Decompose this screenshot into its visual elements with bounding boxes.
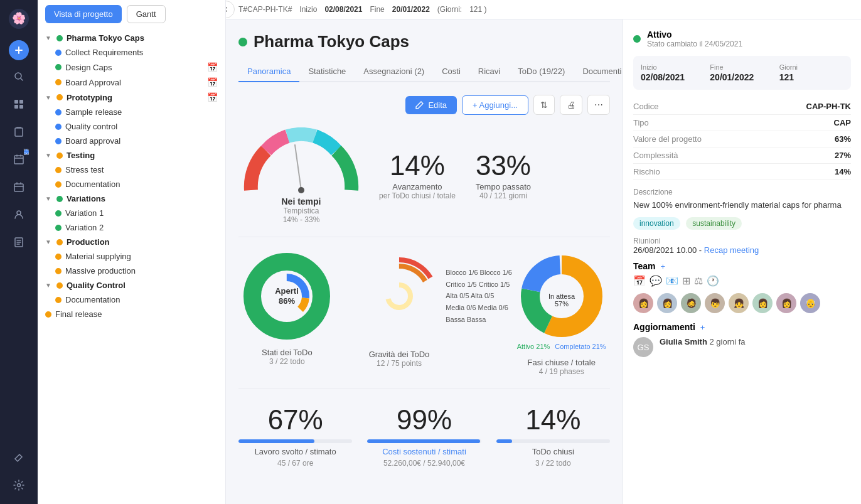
tab-panoramica[interactable]: Panoramica (238, 62, 299, 82)
sidebar-item-label: Variations (67, 194, 218, 203)
lavoro-value: 67% (238, 404, 352, 436)
sidebar-item-documentation[interactable]: Documentation (38, 177, 225, 191)
sidebar-item-testing[interactable]: ▼ Testing (38, 148, 225, 163)
sidebar-item-design-caps[interactable]: Design Caps 📅 (38, 60, 225, 75)
tab-ricavi[interactable]: Ricavi (469, 62, 509, 82)
collapse-sidebar-button[interactable] (226, 1, 235, 18)
header-start-date: 02/08/2021 (324, 5, 362, 14)
nav-grid-icon[interactable] (8, 93, 30, 115)
add-button[interactable]: + Aggiungi... (462, 95, 528, 115)
rp-codice-row: Codice CAP-PH-TK (633, 99, 851, 115)
sidebar-item-board-approval[interactable]: Board Approval 📅 (38, 75, 225, 90)
header-days-value: 121 ) (469, 5, 486, 14)
sidebar-item-quality-control[interactable]: ▼ Quality Control (38, 278, 225, 292)
grid-tool-icon[interactable]: ⊞ (682, 275, 690, 287)
sidebar-item-variation1[interactable]: Variation 1 (38, 206, 225, 220)
rp-meeting-date: 26/08/2021 10.00 (633, 245, 697, 255)
sidebar-item-stress-test[interactable]: Stress test (38, 163, 225, 177)
sidebar-item-label: Pharma Tokyo Caps (67, 33, 218, 43)
more-button[interactable]: ⋯ (587, 95, 610, 115)
phases-sub: 4 / 19 phases (513, 367, 610, 376)
rp-start-date: 02/08/2021 (641, 72, 685, 82)
nav-search-icon[interactable] (8, 65, 30, 88)
sidebar-item-documentation2[interactable]: Documentation (38, 292, 225, 307)
avatar-3: 👦 (705, 293, 725, 313)
tabs-bar: Panoramica Statistiche Assegnazioni (2) … (238, 62, 610, 82)
update-text: Giulia Smith 2 giorni fa (660, 337, 746, 346)
rp-days-label: Giorni (779, 63, 843, 71)
costi-value: 99% (367, 404, 481, 436)
sidebar-item-prototyping[interactable]: ▼ Prototyping 📅 (38, 90, 225, 105)
dot-icon (55, 254, 62, 260)
sidebar-item-variations[interactable]: ▼ Variations (38, 191, 225, 206)
dot-icon (55, 181, 62, 188)
rp-tipo-row: Tipo CAP (633, 115, 851, 131)
dot-icon (56, 196, 63, 202)
rp-codice-val: CAP-PH-TK (806, 102, 852, 111)
print-button[interactable]: 🖨 (560, 95, 582, 115)
dot-icon (55, 138, 62, 144)
lavoro-bar (238, 439, 314, 443)
sidebar-item-label: Board Approval (65, 78, 203, 87)
email-tool-icon[interactable]: 📧 (666, 275, 678, 287)
calendar-badge-icon: 📅 (207, 77, 218, 87)
sidebar-item-board-approval2[interactable]: Board approval (38, 134, 225, 148)
edit-button[interactable]: Edita (405, 96, 457, 114)
gauge-range: 14% - 33% (238, 215, 364, 224)
sidebar-item-variation2[interactable]: Variation 2 (38, 220, 225, 235)
calendar-tool-icon[interactable]: 📅 (633, 275, 646, 287)
sidebar-item-sample-release[interactable]: Sample release (38, 105, 225, 119)
sort-button[interactable]: ⇅ (533, 95, 555, 115)
nav-doc-icon[interactable] (8, 231, 30, 254)
tempo-sub: 40 / 121 giorni (476, 191, 531, 200)
tab-documenti[interactable]: Documenti (5) (574, 62, 623, 82)
nav-clipboard-icon[interactable] (8, 121, 30, 143)
sidebar-item-massive-production[interactable]: Massive production (38, 264, 225, 278)
nav-logo: 🌸 (8, 8, 30, 30)
updates-add-button[interactable]: + (700, 323, 705, 332)
header-project-code: T#CAP-PH-TK# (238, 5, 292, 14)
sidebar-item-pharma-tokyo[interactable]: ▼ Pharma Tokyo Caps (38, 31, 225, 45)
updates-label: Aggiornamenti (633, 322, 695, 332)
main-content: T#CAP-PH-TK# Inizio 02/08/2021 Fine 20/0… (226, 0, 861, 504)
update-author: Giulia Smith (660, 337, 707, 346)
updates-row: Aggiornamenti + (633, 322, 851, 332)
rp-status-sub: Stato cambiato il 24/05/2021 (647, 40, 742, 48)
rp-codice-label: Codice (633, 102, 658, 111)
nav-bar: 🌸 TO DO (0, 0, 38, 504)
nav-tools-icon[interactable] (8, 446, 30, 469)
collapse-icon: ▼ (45, 35, 51, 41)
gantt-button[interactable]: Gantt (127, 5, 166, 23)
vista-progetto-button[interactable]: Vista di progetto (45, 5, 122, 23)
team-add-button[interactable]: + (661, 262, 666, 271)
sidebar-item-label: Quality control (65, 122, 218, 131)
svg-text:Aperti: Aperti (275, 286, 299, 296)
nav-settings-icon[interactable] (8, 474, 30, 496)
tab-statistiche[interactable]: Statistiche (299, 62, 355, 82)
sidebar-item-collect-req[interactable]: Collect Requirements (38, 45, 225, 60)
tab-costi[interactable]: Costi (433, 62, 469, 82)
tab-todo[interactable]: ToDo (19/22) (509, 62, 574, 82)
todo-states-chart: Aperti 86% Stati dei ToDo 3 / 22 todo (238, 252, 336, 366)
sidebar-item-label: Final release (55, 309, 218, 319)
dot-icon (55, 109, 62, 115)
nav-calendar-icon[interactable]: TO DO (8, 148, 30, 171)
dot-icon (56, 35, 63, 41)
chat-tool-icon[interactable]: 💬 (650, 275, 662, 287)
team-tool-icons: 📅 💬 📧 ⊞ ⚖ 🕐 (633, 275, 851, 287)
balance-tool-icon[interactable]: ⚖ (694, 275, 703, 287)
nav-team-icon[interactable] (8, 203, 30, 226)
sidebar-item-final-release[interactable]: Final release (38, 307, 225, 321)
sidebar-item-label: Collect Requirements (65, 48, 218, 57)
costi-bar (367, 439, 480, 443)
nav-calendar2-icon[interactable] (8, 176, 30, 198)
right-panel: Attivo Stato cambiato il 24/05/2021 Iniz… (623, 19, 861, 504)
sidebar-item-label: Material supplying (65, 252, 218, 261)
nav-add-icon[interactable] (9, 40, 29, 60)
clock-tool-icon[interactable]: 🕐 (707, 275, 719, 287)
sidebar-item-material-supplying[interactable]: Material supplying (38, 249, 225, 264)
tab-assegnazioni[interactable]: Assegnazioni (2) (355, 62, 433, 82)
sidebar-item-production[interactable]: ▼ Production (38, 235, 225, 249)
rp-meeting-link[interactable]: Recap meeting (704, 245, 759, 255)
sidebar-item-quality-control-proto[interactable]: Quality control (38, 119, 225, 134)
